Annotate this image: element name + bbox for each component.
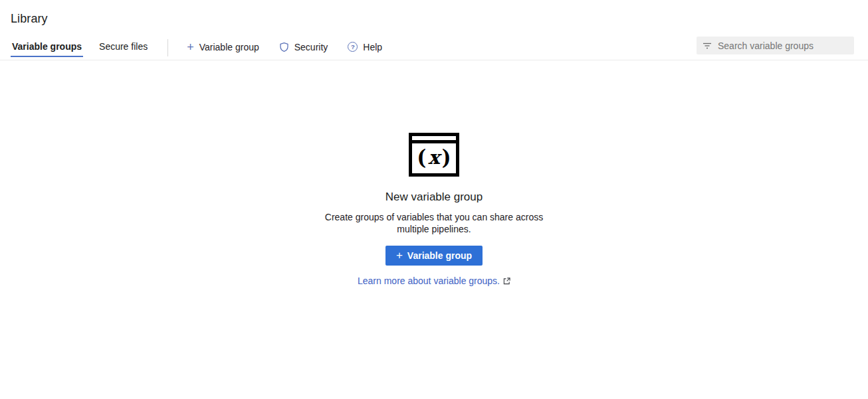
security-button[interactable]: Security	[279, 42, 328, 54]
library-header: Library Variable groups Secure files + V…	[0, 0, 868, 60]
tab-bar: Variable groups Secure files + Variable …	[0, 35, 868, 60]
add-variable-group-label: Variable group	[199, 42, 259, 52]
filter-icon	[703, 42, 712, 50]
add-variable-group-button-label: Variable group	[407, 250, 472, 261]
plus-icon: +	[396, 250, 403, 261]
variable-group-icon: ( x )	[409, 133, 459, 177]
search-input[interactable]	[718, 40, 848, 51]
empty-state-description: Create groups of variables that you can …	[324, 212, 544, 235]
help-label: Help	[363, 42, 382, 52]
learn-more-link[interactable]: Learn more about variable groups.	[358, 276, 500, 286]
tab-secure-files[interactable]: Secure files	[98, 35, 149, 60]
add-variable-group-toolbar-button[interactable]: + Variable group	[187, 42, 259, 54]
shield-icon	[279, 42, 289, 52]
help-icon: ?	[348, 42, 358, 52]
external-link-icon	[503, 278, 510, 285]
toolbar-divider	[167, 39, 168, 56]
search-box[interactable]	[697, 37, 854, 54]
plus-icon: +	[187, 42, 194, 52]
page-title: Library	[11, 12, 868, 26]
empty-state-title: New variable group	[385, 191, 483, 204]
security-label: Security	[294, 42, 328, 52]
help-button[interactable]: ? Help	[348, 42, 382, 54]
learn-more-row: Learn more about variable groups.	[358, 276, 510, 286]
add-variable-group-button[interactable]: + Variable group	[385, 246, 483, 266]
tab-variable-groups[interactable]: Variable groups	[11, 35, 83, 60]
empty-state: ( x ) New variable group Create groups o…	[0, 60, 868, 286]
